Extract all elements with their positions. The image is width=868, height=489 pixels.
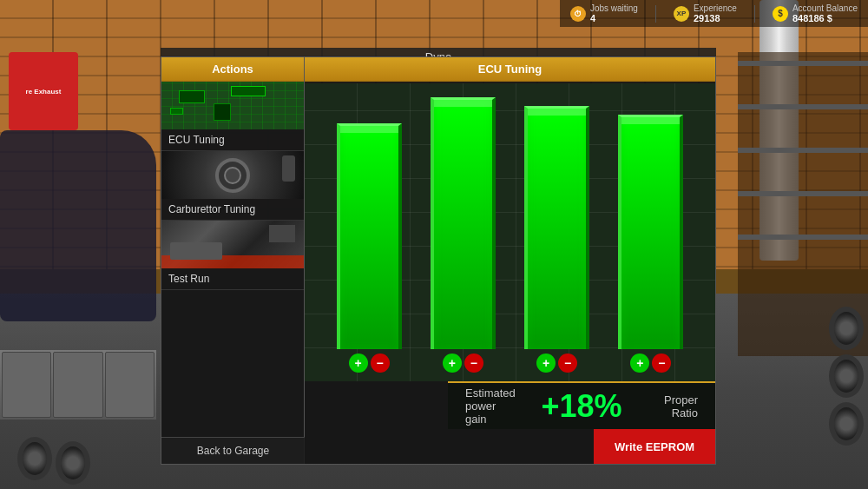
- bar-4-minus-button[interactable]: −: [652, 354, 671, 373]
- bar-column-4: + −: [613, 115, 689, 373]
- test-action-label: Test Run: [161, 268, 304, 289]
- power-gain-value: +18%: [528, 388, 635, 425]
- bottom-buttons: Write EEPROM: [448, 429, 715, 464]
- money-value: 848186 $: [792, 13, 858, 23]
- xp-icon: XP: [674, 6, 689, 22]
- ecu-action-label: ECU Tuning: [161, 129, 304, 150]
- bar-controls-2: + −: [443, 354, 483, 373]
- bar-2: [431, 97, 496, 349]
- bar-controls-1: + −: [349, 354, 390, 373]
- test-thumb-bg: [161, 221, 304, 268]
- right-tires: [829, 307, 864, 446]
- bar-1-plus-button[interactable]: +: [349, 354, 368, 373]
- bar-column-2: + −: [424, 97, 501, 373]
- money-label: Account Balance: [792, 3, 858, 13]
- jobs-value: 4: [590, 13, 638, 23]
- experience-item: XP Experience 29138: [674, 3, 737, 23]
- bar-4-plus-button[interactable]: +: [630, 354, 649, 373]
- ecu-thumb-bg: [161, 82, 304, 129]
- test-thumbnail: [161, 221, 304, 268]
- bar-4: [618, 115, 683, 349]
- actions-panel: Actions ECU Tuning: [161, 57, 305, 464]
- cabinet-row: [0, 350, 156, 420]
- jobs-label: Jobs waiting: [590, 3, 638, 13]
- carb-action-label: Carburettor Tuning: [161, 199, 304, 220]
- xp-value: 29138: [694, 13, 737, 23]
- money-icon: $: [773, 6, 788, 22]
- bar-2-minus-button[interactable]: −: [464, 354, 483, 373]
- bar-3-minus-button[interactable]: −: [558, 354, 577, 373]
- bar-column-3: + −: [519, 106, 595, 373]
- write-eeprom-button[interactable]: Write EEPROM: [594, 429, 715, 464]
- bar-controls-3: + −: [536, 354, 577, 373]
- bar-column-1: + −: [331, 123, 407, 373]
- ecu-tuning-panel: ECU Tuning + − + − + −: [305, 57, 715, 464]
- hud-separator-2: [754, 5, 755, 23]
- bottom-info-bar: Estimated power gain +18% Proper Ratio: [448, 381, 715, 429]
- power-gain-label: Estimated power gain: [465, 387, 519, 426]
- ecu-header: ECU Tuning: [305, 57, 715, 82]
- jobs-icon: ⏱: [570, 6, 586, 22]
- bar-controls-4: + −: [630, 354, 671, 373]
- xp-label: Experience: [694, 3, 737, 13]
- actions-header: Actions: [161, 57, 304, 82]
- action-item-test[interactable]: Test Run: [161, 221, 304, 290]
- account-balance-item: $ Account Balance 848186 $: [773, 3, 858, 23]
- hud-separator-1: [655, 5, 656, 23]
- bar-1: [337, 123, 402, 349]
- left-car: [0, 130, 156, 321]
- chart-area: + − + − + − +: [305, 83, 715, 381]
- bar-3-plus-button[interactable]: +: [536, 354, 556, 373]
- ecu-thumbnail: [161, 82, 304, 129]
- exhaust-sign: re Exhaust: [9, 52, 78, 130]
- carb-thumb-bg: [161, 151, 304, 199]
- carb-thumbnail: [161, 151, 304, 199]
- bar-3: [524, 106, 589, 349]
- jobs-waiting-item: ⏱ Jobs waiting 4: [570, 3, 638, 23]
- left-tires: [17, 437, 90, 485]
- back-to-garage-button[interactable]: Back to Garage: [161, 437, 305, 464]
- action-item-ecu[interactable]: ECU Tuning: [161, 82, 304, 151]
- action-item-carb[interactable]: Carburettor Tuning: [161, 151, 304, 221]
- proper-ratio-label: Proper Ratio: [644, 393, 698, 420]
- bar-1-minus-button[interactable]: −: [371, 354, 390, 373]
- bar-2-plus-button[interactable]: +: [443, 354, 462, 373]
- main-panel: Actions ECU Tuning: [161, 56, 716, 465]
- hud-bar: ⏱ Jobs waiting 4 XP Experience 29138 $ A…: [560, 0, 868, 27]
